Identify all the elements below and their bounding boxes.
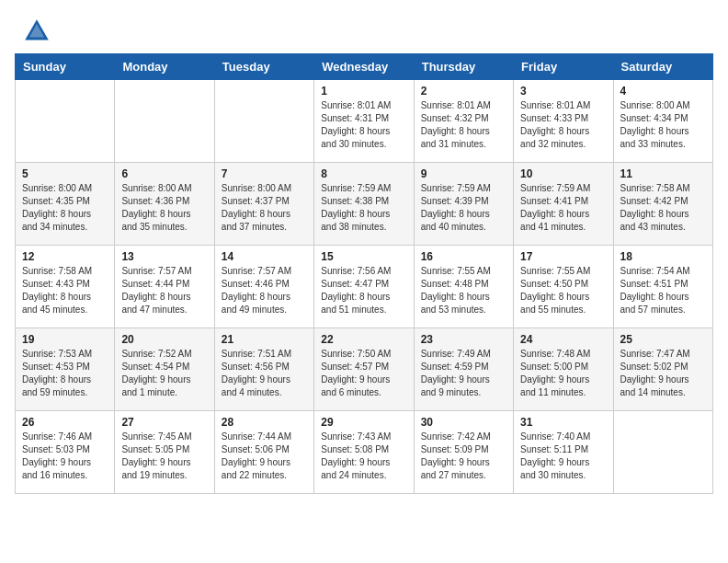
calendar-cell <box>16 80 115 163</box>
weekday-header-friday: Friday <box>514 54 613 80</box>
day-number: 22 <box>321 333 406 346</box>
calendar-header: SundayMondayTuesdayWednesdayThursdayFrid… <box>16 54 713 80</box>
day-number: 12 <box>22 250 108 263</box>
week-row-4: 19Sunrise: 7:53 AMSunset: 4:53 PMDayligh… <box>16 328 713 411</box>
day-number: 18 <box>620 250 706 263</box>
calendar-cell: 1Sunrise: 8:01 AMSunset: 4:31 PMDaylight… <box>314 80 414 163</box>
calendar-cell: 2Sunrise: 8:01 AMSunset: 4:32 PMDaylight… <box>414 80 513 163</box>
logo-icon <box>22 17 51 46</box>
day-info: Sunrise: 7:57 AMSunset: 4:46 PMDaylight:… <box>222 266 291 315</box>
weekday-header-thursday: Thursday <box>414 54 513 80</box>
calendar-cell: 5Sunrise: 8:00 AMSunset: 4:35 PMDaylight… <box>16 163 115 246</box>
day-number: 17 <box>520 250 606 263</box>
weekday-row: SundayMondayTuesdayWednesdayThursdayFrid… <box>16 54 713 80</box>
calendar-cell: 19Sunrise: 7:53 AMSunset: 4:53 PMDayligh… <box>16 328 115 411</box>
day-info: Sunrise: 7:59 AMSunset: 4:39 PMDaylight:… <box>421 183 491 232</box>
weekday-header-monday: Monday <box>115 54 214 80</box>
day-info: Sunrise: 7:59 AMSunset: 4:38 PMDaylight:… <box>321 183 391 232</box>
calendar-cell: 14Sunrise: 7:57 AMSunset: 4:46 PMDayligh… <box>214 246 313 328</box>
calendar-cell: 31Sunrise: 7:40 AMSunset: 5:11 PMDayligh… <box>514 411 613 494</box>
day-number: 4 <box>620 85 706 98</box>
calendar-cell: 13Sunrise: 7:57 AMSunset: 4:44 PMDayligh… <box>115 246 214 328</box>
day-info: Sunrise: 7:40 AMSunset: 5:11 PMDaylight:… <box>520 431 590 480</box>
day-number: 21 <box>222 333 307 346</box>
day-info: Sunrise: 7:59 AMSunset: 4:41 PMDaylight:… <box>520 183 590 232</box>
day-number: 19 <box>22 333 108 346</box>
day-number: 11 <box>620 167 706 180</box>
day-info: Sunrise: 7:53 AMSunset: 4:53 PMDaylight:… <box>22 349 92 397</box>
day-number: 28 <box>222 416 307 429</box>
calendar-cell: 15Sunrise: 7:56 AMSunset: 4:47 PMDayligh… <box>314 246 414 328</box>
day-info: Sunrise: 7:54 AMSunset: 4:51 PMDaylight:… <box>620 266 690 315</box>
calendar-cell: 27Sunrise: 7:45 AMSunset: 5:05 PMDayligh… <box>115 411 214 494</box>
header <box>0 0 728 53</box>
calendar-cell <box>214 80 313 163</box>
day-number: 9 <box>421 167 506 180</box>
calendar-wrap: SundayMondayTuesdayWednesdayThursdayFrid… <box>0 53 728 505</box>
day-info: Sunrise: 7:49 AMSunset: 4:59 PMDaylight:… <box>421 349 491 397</box>
week-row-5: 26Sunrise: 7:46 AMSunset: 5:03 PMDayligh… <box>16 411 713 494</box>
calendar-cell: 11Sunrise: 7:58 AMSunset: 4:42 PMDayligh… <box>613 163 712 246</box>
calendar-cell: 7Sunrise: 8:00 AMSunset: 4:37 PMDaylight… <box>214 163 313 246</box>
week-row-1: 1Sunrise: 8:01 AMSunset: 4:31 PMDaylight… <box>16 80 713 163</box>
calendar-cell: 8Sunrise: 7:59 AMSunset: 4:38 PMDaylight… <box>314 163 414 246</box>
calendar-cell: 21Sunrise: 7:51 AMSunset: 4:56 PMDayligh… <box>214 328 313 411</box>
day-info: Sunrise: 7:47 AMSunset: 5:02 PMDaylight:… <box>620 349 690 397</box>
calendar-cell: 24Sunrise: 7:48 AMSunset: 5:00 PMDayligh… <box>514 328 613 411</box>
calendar-table: SundayMondayTuesdayWednesdayThursdayFrid… <box>15 53 713 494</box>
day-number: 10 <box>520 167 606 180</box>
day-info: Sunrise: 7:48 AMSunset: 5:00 PMDaylight:… <box>520 349 590 397</box>
day-number: 6 <box>121 167 207 180</box>
day-info: Sunrise: 7:55 AMSunset: 4:48 PMDaylight:… <box>421 266 491 315</box>
calendar-cell <box>115 80 214 163</box>
day-info: Sunrise: 7:50 AMSunset: 4:57 PMDaylight:… <box>321 349 391 397</box>
day-info: Sunrise: 7:56 AMSunset: 4:47 PMDaylight:… <box>321 266 391 315</box>
day-number: 24 <box>520 333 606 346</box>
calendar-cell: 12Sunrise: 7:58 AMSunset: 4:43 PMDayligh… <box>16 246 115 328</box>
day-info: Sunrise: 7:57 AMSunset: 4:44 PMDaylight:… <box>121 266 191 315</box>
calendar-cell: 10Sunrise: 7:59 AMSunset: 4:41 PMDayligh… <box>514 163 613 246</box>
calendar-cell: 9Sunrise: 7:59 AMSunset: 4:39 PMDaylight… <box>414 163 513 246</box>
week-row-2: 5Sunrise: 8:00 AMSunset: 4:35 PMDaylight… <box>16 163 713 246</box>
day-info: Sunrise: 7:55 AMSunset: 4:50 PMDaylight:… <box>520 266 590 315</box>
calendar-cell: 18Sunrise: 7:54 AMSunset: 4:51 PMDayligh… <box>613 246 712 328</box>
day-info: Sunrise: 8:00 AMSunset: 4:35 PMDaylight:… <box>22 183 92 232</box>
day-info: Sunrise: 7:46 AMSunset: 5:03 PMDaylight:… <box>22 431 92 480</box>
day-number: 26 <box>22 416 108 429</box>
day-info: Sunrise: 7:58 AMSunset: 4:43 PMDaylight:… <box>22 266 92 315</box>
day-info: Sunrise: 7:52 AMSunset: 4:54 PMDaylight:… <box>121 349 191 397</box>
calendar-cell: 28Sunrise: 7:44 AMSunset: 5:06 PMDayligh… <box>214 411 313 494</box>
day-info: Sunrise: 8:00 AMSunset: 4:36 PMDaylight:… <box>121 183 191 232</box>
calendar-cell: 23Sunrise: 7:49 AMSunset: 4:59 PMDayligh… <box>414 328 513 411</box>
day-number: 3 <box>520 85 606 98</box>
day-number: 15 <box>321 250 406 263</box>
calendar-cell: 17Sunrise: 7:55 AMSunset: 4:50 PMDayligh… <box>514 246 613 328</box>
weekday-header-tuesday: Tuesday <box>214 54 313 80</box>
week-row-3: 12Sunrise: 7:58 AMSunset: 4:43 PMDayligh… <box>16 246 713 328</box>
calendar-cell: 29Sunrise: 7:43 AMSunset: 5:08 PMDayligh… <box>314 411 414 494</box>
day-number: 29 <box>321 416 406 429</box>
day-number: 31 <box>520 416 606 429</box>
logo <box>22 17 55 46</box>
calendar-cell: 26Sunrise: 7:46 AMSunset: 5:03 PMDayligh… <box>16 411 115 494</box>
day-info: Sunrise: 7:45 AMSunset: 5:05 PMDaylight:… <box>121 431 191 480</box>
day-info: Sunrise: 8:01 AMSunset: 4:32 PMDaylight:… <box>421 100 491 149</box>
day-number: 30 <box>421 416 506 429</box>
day-info: Sunrise: 8:01 AMSunset: 4:33 PMDaylight:… <box>520 100 590 149</box>
day-info: Sunrise: 8:00 AMSunset: 4:37 PMDaylight:… <box>222 183 291 232</box>
day-info: Sunrise: 7:42 AMSunset: 5:09 PMDaylight:… <box>421 431 491 480</box>
calendar-cell <box>613 411 712 494</box>
calendar-cell: 16Sunrise: 7:55 AMSunset: 4:48 PMDayligh… <box>414 246 513 328</box>
day-info: Sunrise: 8:00 AMSunset: 4:34 PMDaylight:… <box>620 100 690 149</box>
day-number: 1 <box>321 85 406 98</box>
day-info: Sunrise: 7:43 AMSunset: 5:08 PMDaylight:… <box>321 431 391 480</box>
day-number: 16 <box>421 250 506 263</box>
calendar-cell: 6Sunrise: 8:00 AMSunset: 4:36 PMDaylight… <box>115 163 214 246</box>
weekday-header-sunday: Sunday <box>16 54 115 80</box>
weekday-header-wednesday: Wednesday <box>314 54 414 80</box>
day-number: 8 <box>321 167 406 180</box>
day-number: 7 <box>222 167 307 180</box>
day-number: 27 <box>121 416 207 429</box>
calendar-cell: 3Sunrise: 8:01 AMSunset: 4:33 PMDaylight… <box>514 80 613 163</box>
calendar-cell: 25Sunrise: 7:47 AMSunset: 5:02 PMDayligh… <box>613 328 712 411</box>
